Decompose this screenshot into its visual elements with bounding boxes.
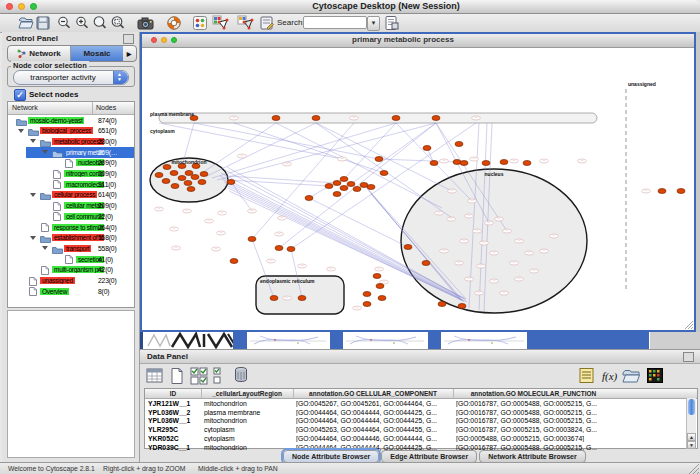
tree-row-macromolecule[interactable]: macromolecule311(0) (8, 179, 134, 190)
tree-row-multi-organism-pro[interactable]: multi-organism pro42(0) (8, 265, 134, 276)
function-builder-icon[interactable]: f(x) (600, 367, 618, 385)
selected-gene-node[interactable] (163, 165, 171, 170)
node-color-combobox[interactable]: transporter activity ▲▼ (13, 70, 129, 85)
selected-gene-node[interactable] (363, 292, 371, 297)
zoom-fit-icon[interactable] (92, 15, 108, 31)
network-edge[interactable] (276, 123, 442, 208)
selected-gene-node[interactable] (312, 116, 320, 121)
selected-gene-node[interactable] (438, 302, 446, 307)
selected-gene-node[interactable] (325, 184, 333, 189)
selected-gene-node[interactable] (171, 184, 179, 189)
selected-gene-node[interactable] (170, 171, 178, 176)
selected-gene-node[interactable] (340, 177, 348, 182)
attribute-list-icon[interactable] (578, 367, 596, 385)
selected-gene-node[interactable] (187, 187, 195, 192)
expand-arrow-icon[interactable] (30, 139, 36, 143)
plasma-membrane-region[interactable] (159, 113, 597, 123)
expand-arrow-icon[interactable] (18, 129, 24, 133)
selected-gene-node[interactable] (376, 284, 384, 289)
scroll-down-button[interactable]: ▼ (687, 441, 696, 449)
unselect-attributes-icon[interactable] (212, 367, 230, 385)
selected-gene-node[interactable] (367, 185, 375, 190)
import-attributes-icon[interactable] (622, 367, 640, 385)
column-header[interactable]: _cellularLayoutRegion (201, 390, 293, 397)
search-input[interactable] (303, 16, 367, 29)
selected-gene-node[interactable] (375, 157, 383, 162)
selected-gene-node[interactable] (162, 179, 170, 184)
selected-gene-node[interactable] (404, 245, 412, 250)
column-header[interactable]: ID (145, 390, 201, 397)
expand-arrow-icon[interactable] (30, 193, 36, 197)
selected-gene-node[interactable] (482, 161, 490, 166)
vizmap-overlay-icon-2[interactable] (237, 15, 253, 31)
network-edge[interactable] (234, 123, 384, 173)
tree-row-cell-communicat[interactable]: cell communicat22(0) (8, 211, 134, 222)
network-edge[interactable] (309, 198, 408, 247)
zoom-in-icon[interactable] (74, 15, 90, 31)
selected-gene-node[interactable] (455, 142, 463, 147)
selected-gene-node[interactable] (658, 189, 666, 194)
selected-gene-node[interactable] (178, 176, 186, 181)
tree-row-cellular-process[interactable]: cellular process614(0) (8, 190, 134, 201)
selected-gene-node[interactable] (298, 296, 306, 301)
selected-gene-node[interactable] (198, 180, 206, 185)
column-header[interactable]: annotation.GO MOLECULAR_FUNCTION (453, 390, 614, 397)
table-row[interactable]: YJR121W__1mitochondrion[GO:0045267, GO:0… (145, 399, 688, 408)
selected-gene-node[interactable] (523, 161, 531, 166)
selected-gene-node[interactable] (155, 173, 163, 178)
network-canvas[interactable]: ········································… (142, 48, 694, 330)
tab-network[interactable]: Network (8, 46, 71, 61)
tree-row-overview[interactable]: Overview8(0) (8, 286, 134, 297)
select-attributes-icon[interactable] (190, 367, 208, 385)
selected-gene-node[interactable] (184, 181, 192, 186)
selected-gene-node[interactable] (230, 259, 238, 264)
column-header[interactable]: annotation.GO CELLULAR_COMPONENT (293, 390, 453, 397)
selected-gene-node[interactable] (460, 161, 468, 166)
select-nodes-checkbox[interactable]: ✓ (14, 89, 26, 101)
selected-gene-node[interactable] (248, 237, 256, 242)
selected-gene-node[interactable] (347, 182, 355, 187)
open-folder-icon[interactable] (18, 15, 34, 31)
selected-gene-node[interactable] (363, 302, 371, 307)
selected-gene-node[interactable] (430, 161, 438, 166)
selected-gene-node[interactable] (353, 187, 361, 192)
attribute-table-icon[interactable] (146, 367, 164, 385)
network-edge[interactable] (351, 123, 436, 184)
tree-row-secretion[interactable]: secretion41(0) (8, 254, 134, 265)
vizmap-overlay-icon-1[interactable] (212, 15, 228, 31)
selected-gene-node[interactable] (287, 247, 295, 252)
selected-gene-node[interactable] (432, 116, 440, 121)
window-resize-grip[interactable] (685, 321, 693, 329)
selected-gene-node[interactable] (270, 296, 278, 301)
scroll-up-button[interactable]: ▲ (687, 433, 696, 441)
expand-arrow-icon[interactable] (30, 236, 36, 240)
table-scrollbar[interactable]: ▲ ▼ (686, 398, 696, 449)
nucleus-region[interactable] (401, 169, 587, 313)
zoom-selected-icon[interactable] (110, 15, 126, 31)
scrollbar-thumb[interactable] (688, 399, 695, 415)
expand-arrow-icon[interactable] (42, 246, 48, 250)
network-edge[interactable] (207, 123, 316, 176)
tree-row-biological-process[interactable]: biological_process651(0) (8, 126, 134, 137)
attribute-matrix-icon[interactable] (646, 367, 664, 385)
selected-gene-node[interactable] (200, 172, 208, 177)
selected-gene-node[interactable] (380, 171, 388, 176)
tree-row-response-to-stimulu[interactable]: response to stimulu264(0) (8, 222, 134, 233)
selected-gene-node[interactable] (378, 296, 386, 301)
tree-row-establishment-of-lo[interactable]: establishment of lo558(0) (8, 233, 134, 244)
selected-gene-node[interactable] (333, 192, 341, 197)
selected-gene-node[interactable] (340, 186, 348, 191)
annotation-icon[interactable] (259, 15, 275, 31)
snapshot-camera-icon[interactable] (137, 15, 153, 31)
selected-gene-node[interactable] (275, 246, 283, 251)
search-dropdown-arrow[interactable]: ▼ (367, 16, 380, 31)
resize-grip[interactable] (689, 464, 699, 474)
colored-dots-icon[interactable] (192, 15, 208, 31)
table-row[interactable]: YKR052Ccytoplasm[GO:0044464, GO:0044446,… (145, 434, 688, 443)
tab-mosaic[interactable]: Mosaic (71, 46, 123, 61)
network-edge[interactable] (217, 123, 436, 180)
selected-gene-node[interactable] (423, 146, 431, 151)
selected-gene-node[interactable] (458, 304, 466, 309)
selected-gene-node[interactable] (227, 180, 235, 185)
tree-row-primary-metabo[interactable]: primary metabo209(… (8, 147, 134, 158)
